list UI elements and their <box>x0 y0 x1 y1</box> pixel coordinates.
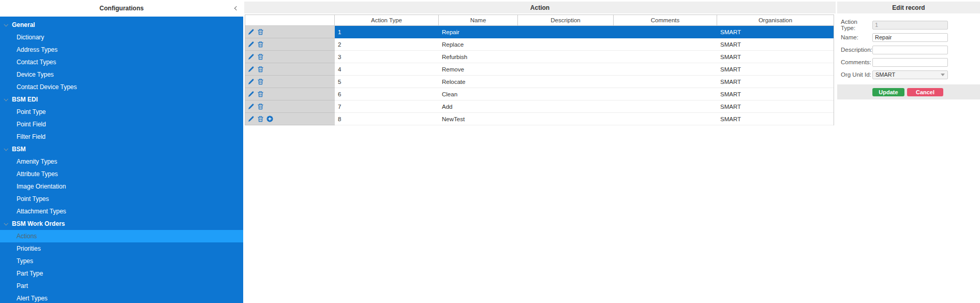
trash-icon[interactable] <box>257 28 264 35</box>
sidebar-item-device-types[interactable]: Device Types <box>0 68 243 81</box>
sidebar-item-label: Image Orientation <box>17 183 66 190</box>
trash-icon[interactable] <box>257 66 264 73</box>
sidebar-item-label: General <box>12 21 35 28</box>
chevron-down-icon <box>4 22 8 26</box>
sidebar-item-priorities[interactable]: Priorities <box>0 242 243 255</box>
cell-comments <box>614 88 717 100</box>
trash-icon[interactable] <box>257 41 264 48</box>
cell-organisation: SMART <box>717 63 834 76</box>
cell-description <box>518 63 614 76</box>
cell-description <box>518 76 614 88</box>
pencil-icon[interactable] <box>248 41 255 48</box>
sidebar-item-point-type[interactable]: Point Type <box>0 106 243 118</box>
field-row-name: Name: <box>837 31 980 44</box>
trash-icon[interactable] <box>257 53 264 60</box>
action-panel: Action Action TypeNameDescriptionComment… <box>244 0 836 303</box>
pencil-icon[interactable] <box>248 116 255 122</box>
sidebar-item-label: Part <box>17 282 28 290</box>
collapse-sidebar-button[interactable] <box>231 4 240 12</box>
cell-name: Repair <box>439 26 518 38</box>
sidebar-item-general[interactable]: General <box>0 19 243 31</box>
sidebar-item-point-types[interactable]: Point Types <box>0 193 243 205</box>
row-actions-cell <box>245 113 335 125</box>
table-row[interactable]: 8NewTestSMART <box>245 113 834 125</box>
cell-description <box>518 100 614 113</box>
field-row-description: Description: <box>837 44 980 56</box>
trash-icon[interactable] <box>257 78 264 85</box>
sidebar-item-bsm[interactable]: BSM <box>0 143 243 155</box>
sidebar-item-attribute-types[interactable]: Attribute Types <box>0 168 243 180</box>
cell-organisation: SMART <box>717 38 834 51</box>
cell-action-type: 2 <box>335 38 439 51</box>
pencil-icon[interactable] <box>248 78 255 85</box>
cell-name: Relocate <box>439 76 518 88</box>
sidebar-item-label: Point Types <box>17 195 49 203</box>
sidebar-item-label: Device Types <box>17 71 54 78</box>
cell-action-type: 5 <box>335 76 439 88</box>
table-row[interactable]: 3RefurbishSMART <box>245 51 834 63</box>
name-label: Name: <box>841 34 872 40</box>
sidebar-item-attachment-types[interactable]: Attachment Types <box>0 205 243 218</box>
trash-icon[interactable] <box>257 103 264 110</box>
sidebar-item-dictionary[interactable]: Dictionary <box>0 31 243 44</box>
sidebar-item-part-type[interactable]: Part Type <box>0 267 243 280</box>
cell-organisation: SMART <box>717 76 834 88</box>
sidebar-item-label: Alert Types <box>17 295 48 302</box>
cancel-button[interactable]: Cancel <box>907 88 943 96</box>
configurations-sidebar: Configurations GeneralDictionaryAddress … <box>0 0 243 303</box>
edit-panel-title: Edit record <box>837 2 980 13</box>
pencil-icon[interactable] <box>248 66 255 73</box>
sidebar-item-contact-types[interactable]: Contact Types <box>0 56 243 68</box>
row-actions-cell <box>245 51 335 63</box>
trash-icon[interactable] <box>257 91 264 97</box>
comments-input[interactable] <box>872 58 948 67</box>
sidebar-item-point-field[interactable]: Point Field <box>0 118 243 131</box>
column-header-name: Name <box>439 15 518 25</box>
sidebar-title: Configurations <box>99 5 143 12</box>
sidebar-item-label: Attribute Types <box>17 170 58 178</box>
org-unit-id-value: SMART <box>875 71 895 78</box>
org-unit-id-select[interactable]: SMART <box>872 70 948 79</box>
table-row[interactable]: 1RepairSMART <box>245 26 834 38</box>
chevron-down-icon <box>941 74 945 76</box>
name-input[interactable] <box>872 33 948 42</box>
plus-circle-icon[interactable] <box>266 116 273 122</box>
table-row[interactable]: 7AddSMART <box>245 100 834 113</box>
row-actions-cell <box>245 26 335 38</box>
sidebar-item-label: BSM <box>12 146 26 153</box>
trash-icon[interactable] <box>257 116 264 122</box>
sidebar-item-contact-device-types[interactable]: Contact Device Types <box>0 81 243 93</box>
row-actions-cell <box>245 38 335 51</box>
pencil-icon[interactable] <box>248 103 255 110</box>
sidebar-item-bsm-work-orders[interactable]: BSM Work Orders <box>0 218 243 230</box>
comments-label: Comments: <box>841 59 872 65</box>
sidebar-item-part[interactable]: Part <box>0 280 243 292</box>
sidebar-item-amenity-types[interactable]: Amenity Types <box>0 155 243 168</box>
pencil-icon[interactable] <box>248 28 255 35</box>
sidebar-item-address-types[interactable]: Address Types <box>0 44 243 56</box>
edit-record-panel: Edit record Action Type:Name:Description… <box>837 0 980 303</box>
action-type-input[interactable] <box>872 21 948 30</box>
table-body: 1RepairSMART2ReplaceSMART3RefurbishSMART… <box>245 26 834 125</box>
table-row[interactable]: 6CleanSMART <box>245 88 834 100</box>
row-actions-cell <box>245 100 335 113</box>
sidebar-item-alert-types[interactable]: Alert Types <box>0 292 243 303</box>
sidebar-item-image-orientation[interactable]: Image Orientation <box>0 180 243 193</box>
cell-action-type: 8 <box>335 113 439 125</box>
table-row[interactable]: 2ReplaceSMART <box>245 38 834 51</box>
chevron-down-icon <box>4 97 8 101</box>
edit-button-bar: Update Cancel <box>837 84 980 99</box>
pencil-icon[interactable] <box>248 53 255 60</box>
table-row[interactable]: 4RemoveSMART <box>245 63 834 76</box>
table-row[interactable]: 5RelocateSMART <box>245 76 834 88</box>
pencil-icon[interactable] <box>248 91 255 97</box>
sidebar-item-bsm-edi[interactable]: BSM EDI <box>0 93 243 106</box>
column-header-organisation: Organisation <box>717 15 834 25</box>
update-button[interactable]: Update <box>872 88 904 96</box>
description-input[interactable] <box>872 46 948 54</box>
sidebar-item-actions[interactable]: Actions <box>0 230 243 242</box>
chevron-left-icon <box>234 6 238 10</box>
cell-name: Add <box>439 100 518 113</box>
sidebar-item-types[interactable]: Types <box>0 255 243 267</box>
sidebar-item-filter-field[interactable]: Filter Field <box>0 131 243 143</box>
